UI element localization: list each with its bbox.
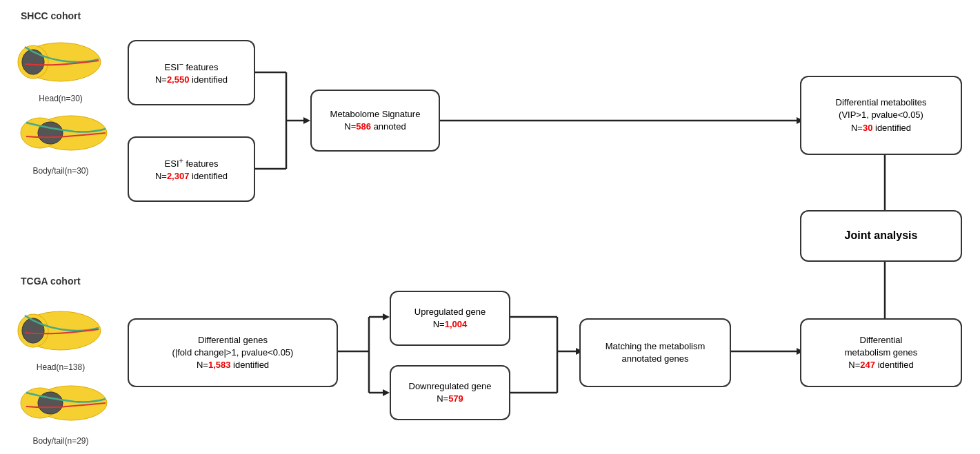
metabolome-title: Metabolome Signature: [330, 108, 421, 121]
joint-analysis-box: Joint analysis: [800, 210, 962, 262]
joint-analysis-label: Joint analysis: [845, 228, 918, 243]
esi-pos-box: ESI+ features N=2,307 identified: [128, 136, 255, 202]
diagram: SHCC cohort TCGA cohort Head(n=30) Body/…: [0, 0, 980, 454]
esi-pos-title: ESI+ features: [165, 156, 219, 171]
diff-genes-title: Differential genes: [198, 334, 268, 347]
diff-metab-genes-line2: metabolism genes: [845, 347, 918, 359]
matching-box: Matching the metabolism annotated genes: [579, 318, 731, 387]
diff-metabolites-count: N=30 identified: [851, 122, 911, 134]
esi-neg-box: ESI− features N=2,550 identified: [128, 40, 255, 105]
diff-metabolites-criteria: (VIP>1, pvalue<0.05): [839, 109, 923, 121]
tcga-label: TCGA cohort: [21, 276, 81, 287]
downregulated-title: Downregulated gene: [409, 380, 492, 393]
svg-point-33: [22, 318, 44, 343]
esi-neg-count: N=2,550 identified: [155, 74, 228, 86]
shcc-label: SHCC cohort: [21, 10, 81, 21]
metabolome-box: Metabolome Signature N=586 annoted: [310, 90, 440, 152]
metabolome-count: N=586 annoted: [344, 121, 406, 133]
matching-line1: Matching the metabolism: [606, 340, 706, 353]
matching-line2: annotated genes: [622, 353, 689, 365]
diff-metabolites-box: Differential metabolites (VIP>1, pvalue<…: [800, 76, 962, 155]
upregulated-box: Upregulated gene N=1,004: [390, 291, 510, 346]
diff-genes-count: N=1,583 identified: [197, 359, 269, 371]
downregulated-count: N=579: [437, 393, 463, 405]
tcga-body-pancreas: Body/tail(n=29): [12, 369, 109, 434]
tcga-head-pancreas: Head(n=138): [12, 295, 109, 360]
diff-metab-genes-line1: Differential: [860, 334, 903, 347]
shcc-head-pancreas: Head(n=30): [12, 26, 109, 92]
shcc-body-label: Body/tail(n=30): [12, 166, 109, 176]
svg-point-27: [22, 50, 44, 74]
downregulated-box: Downregulated gene N=579: [390, 365, 510, 420]
diff-genes-box: Differential genes (|fold change|>1, pva…: [128, 318, 338, 387]
esi-pos-count: N=2,307 identified: [155, 170, 228, 183]
diff-metab-genes-box: Differential metabolism genes N=247 iden…: [800, 318, 962, 387]
upregulated-title: Upregulated gene: [414, 306, 486, 318]
svg-marker-4: [303, 117, 310, 124]
upregulated-count: N=1,004: [433, 318, 468, 331]
diff-metabolites-title: Differential metabolites: [836, 96, 927, 109]
svg-marker-16: [383, 389, 390, 396]
diff-metab-genes-count: N=247 identified: [848, 359, 913, 371]
diff-genes-criteria: (|fold change|>1, pvalue<0.05): [172, 347, 294, 359]
svg-point-30: [38, 122, 63, 144]
esi-neg-title: ESI− features: [165, 59, 219, 74]
svg-marker-14: [383, 313, 390, 320]
svg-point-36: [38, 392, 63, 414]
shcc-body-pancreas: Body/tail(n=30): [12, 99, 109, 164]
tcga-body-label: Body/tail(n=29): [12, 436, 109, 446]
